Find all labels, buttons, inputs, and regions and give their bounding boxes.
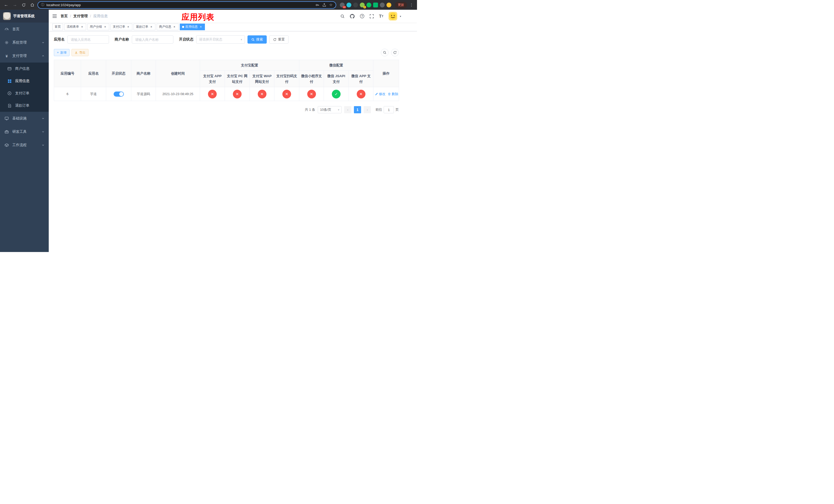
font-size-icon[interactable]: TT bbox=[379, 14, 383, 19]
close-icon[interactable]: × bbox=[150, 25, 153, 29]
prev-page-button[interactable]: ‹ bbox=[344, 106, 351, 113]
share-icon[interactable] bbox=[322, 3, 326, 7]
bookmark-star-icon[interactable]: ☆ bbox=[329, 3, 333, 7]
status-label: 开启状态 bbox=[179, 37, 193, 42]
tab-merchant-info[interactable]: 商户信息× bbox=[157, 24, 178, 30]
sidebar-item-refund-orders[interactable]: 退款订单 bbox=[0, 99, 49, 112]
chevron-down-icon: ▾ bbox=[338, 108, 339, 112]
browser-update-button[interactable]: 更新 bbox=[395, 2, 407, 8]
breadcrumb-home[interactable]: 首页 bbox=[61, 14, 68, 19]
goto-page-input[interactable] bbox=[384, 106, 394, 113]
merchant-name-input[interactable] bbox=[132, 36, 173, 44]
profile-avatar-icon[interactable] bbox=[387, 3, 391, 7]
cell-status bbox=[106, 87, 131, 101]
sidebar-item-app-info[interactable]: 应用信息 bbox=[0, 75, 49, 87]
home-icon[interactable] bbox=[29, 1, 36, 8]
extension-icon-dark[interactable] bbox=[353, 3, 358, 7]
export-button[interactable]: 导出 bbox=[71, 49, 88, 56]
alipay-app-status-icon: ✕ bbox=[208, 90, 217, 98]
page-number-button[interactable]: 1 bbox=[354, 106, 361, 113]
sidebar-logo[interactable]: 芋道管理系统 bbox=[0, 10, 49, 23]
tab-home[interactable]: 首页 bbox=[52, 24, 63, 30]
sidebar: 芋道管理系统 首页 系统管理 ¥ 支付管理 bbox=[0, 10, 49, 252]
gear-icon bbox=[4, 41, 9, 45]
sidebar-item-payment[interactable]: ¥ 支付管理 bbox=[0, 49, 49, 63]
grid-icon bbox=[7, 79, 12, 83]
col-header-create-time: 创建时间 bbox=[156, 60, 200, 87]
col-header-actions: 操作 bbox=[373, 60, 399, 87]
wechat-jsapi-status-icon: ✓ bbox=[332, 90, 341, 98]
sidebar-item-system[interactable]: 系统管理 bbox=[0, 36, 49, 49]
app-name-label: 应用名 bbox=[54, 37, 65, 42]
edit-link[interactable]: 修改 bbox=[375, 92, 386, 96]
next-page-button[interactable]: › bbox=[364, 106, 371, 113]
password-key-icon[interactable] bbox=[315, 3, 319, 7]
sidebar-item-dev-tools[interactable]: 研发工具 bbox=[0, 125, 49, 138]
logo-avatar bbox=[3, 12, 11, 20]
refresh-button[interactable] bbox=[391, 49, 399, 56]
close-icon[interactable]: × bbox=[80, 25, 84, 29]
tab-pay-orders[interactable]: 支付订单× bbox=[111, 24, 132, 30]
monitor-icon bbox=[4, 116, 9, 120]
sidebar-item-infrastructure[interactable]: 基础设施 bbox=[0, 112, 49, 125]
extension-icon-wechat[interactable] bbox=[367, 3, 371, 7]
sidebar-item-workflow[interactable]: 工作流程 bbox=[0, 138, 49, 152]
breadcrumb-payment[interactable]: 支付管理 bbox=[73, 14, 88, 19]
sidebar-menu: 首页 系统管理 ¥ 支付管理 bbox=[0, 23, 49, 252]
avatar-caret-icon[interactable]: ▾ bbox=[400, 15, 401, 18]
fullscreen-icon[interactable] bbox=[370, 14, 374, 19]
close-icon[interactable]: × bbox=[199, 25, 203, 29]
filter-form: 应用名 商户名称 开启状态 请选择开启状态 ▾ 搜索 重置 bbox=[54, 36, 399, 44]
status-select[interactable]: 请选择开启状态 ▾ bbox=[196, 36, 245, 44]
help-icon[interactable]: ? bbox=[360, 14, 365, 19]
col-header-wechat-jsapi: 微信 JSAPI 支付 bbox=[324, 71, 349, 87]
chevron-down-icon bbox=[42, 117, 44, 120]
table-toolbar: + 新增 导出 bbox=[54, 49, 399, 56]
col-header-status: 开启状态 bbox=[106, 60, 131, 87]
reload-icon[interactable] bbox=[20, 1, 27, 8]
toolbox-icon bbox=[4, 130, 9, 134]
extension-icon-puzzle[interactable]: 10 bbox=[340, 3, 345, 7]
page-size-select[interactable]: 10条/页 ▾ bbox=[318, 106, 342, 113]
search-button[interactable]: 搜索 bbox=[247, 36, 267, 44]
document-icon bbox=[7, 104, 12, 108]
site-info-icon[interactable]: ⓘ bbox=[41, 3, 44, 7]
wechat-app-status-icon: ✕ bbox=[357, 90, 366, 98]
back-icon[interactable]: ← bbox=[3, 1, 10, 8]
close-icon[interactable]: × bbox=[173, 25, 176, 29]
app-name-input[interactable] bbox=[67, 36, 109, 44]
hamburger-icon[interactable] bbox=[52, 14, 57, 18]
close-icon[interactable]: × bbox=[127, 25, 130, 29]
extension-icon-green-badged[interactable]: 1 bbox=[360, 3, 365, 7]
reset-button[interactable]: 重置 bbox=[269, 36, 288, 44]
address-bar[interactable]: ⓘ localhost:1024/pay/app ☆ bbox=[38, 1, 336, 9]
main-panel: 应用列表 首页 / 支付管理 / 应用信息 ? bbox=[49, 10, 417, 252]
user-avatar[interactable] bbox=[389, 12, 397, 21]
tab-refund-orders[interactable]: 退款订单× bbox=[134, 24, 155, 30]
sidebar-item-pay-orders[interactable]: 支付订单 bbox=[0, 87, 49, 99]
svg-text:?: ? bbox=[361, 15, 363, 18]
tab-process-form[interactable]: 流程表单× bbox=[64, 24, 86, 30]
extension-icon-pin[interactable] bbox=[380, 3, 385, 7]
add-button[interactable]: + 新增 bbox=[54, 49, 69, 56]
col-header-alipay-scan: 支付宝扫码支付 bbox=[275, 71, 299, 87]
extension-icon-green-square[interactable] bbox=[373, 3, 378, 7]
forward-icon[interactable]: → bbox=[11, 1, 19, 8]
sidebar-item-home[interactable]: 首页 bbox=[0, 23, 49, 36]
tab-user-group[interactable]: 用户分组× bbox=[87, 24, 109, 30]
tab-app-info[interactable]: 应用信息× bbox=[180, 24, 205, 30]
group-header-alipay: 支付宝配置 bbox=[200, 60, 299, 71]
alipay-wap-status-icon: ✕ bbox=[258, 90, 266, 98]
extension-icon-teal[interactable] bbox=[347, 3, 351, 7]
group-header-wechat: 微信配置 bbox=[299, 60, 373, 71]
toggle-search-button[interactable] bbox=[381, 49, 389, 56]
enable-switch[interactable] bbox=[114, 92, 124, 97]
col-header-wechat-app: 微信 APP 支付 bbox=[349, 71, 373, 87]
search-icon[interactable] bbox=[340, 14, 345, 19]
close-icon[interactable]: × bbox=[103, 25, 107, 29]
browser-menu-icon[interactable]: ⋮ bbox=[409, 3, 414, 7]
delete-link[interactable]: 删除 bbox=[388, 92, 398, 96]
github-icon[interactable] bbox=[350, 14, 355, 19]
wechat-mini-status-icon: ✕ bbox=[307, 90, 316, 98]
sidebar-item-merchant-info[interactable]: 商户信息 bbox=[0, 63, 49, 75]
